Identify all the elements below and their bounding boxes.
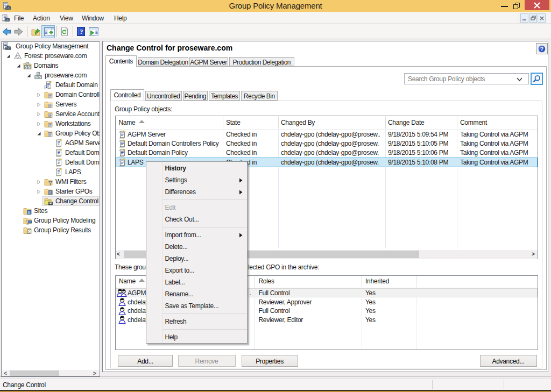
- svg-text:?: ?: [540, 46, 543, 52]
- svg-text:?: ?: [80, 27, 83, 35]
